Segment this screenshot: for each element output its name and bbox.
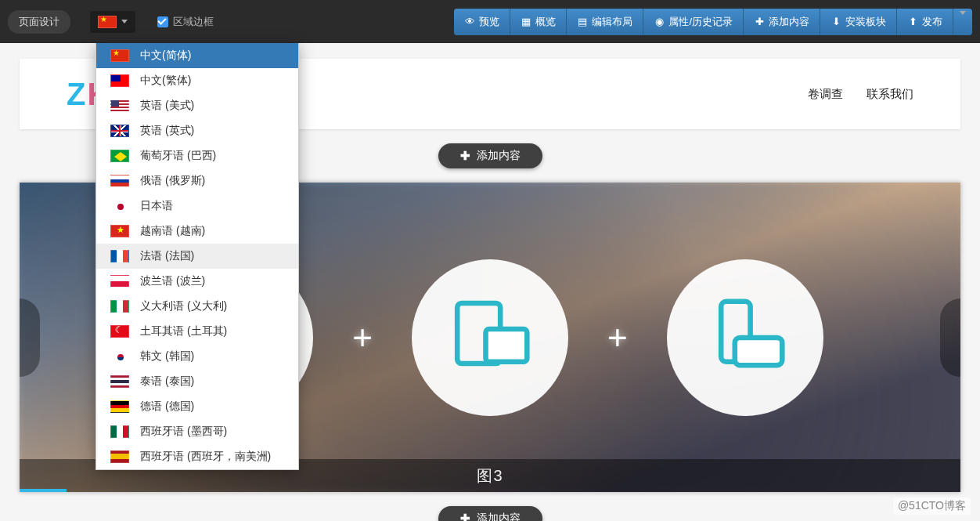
language-option-label: 土耳其语 (土耳其) bbox=[140, 324, 227, 338]
language-option[interactable]: 义大利语 (义大利) bbox=[96, 294, 298, 319]
edit-layout-button[interactable]: ▤ 编辑布局 bbox=[567, 9, 643, 35]
download-icon: ⬇ bbox=[830, 16, 841, 27]
add-content-pill-label: 添加内容 bbox=[477, 512, 521, 521]
flag-icon bbox=[110, 450, 129, 463]
overview-button[interactable]: ▦ 概览 bbox=[510, 9, 567, 35]
add-content-label: 添加内容 bbox=[769, 15, 809, 29]
install-block-button[interactable]: ⬇ 安装板块 bbox=[820, 9, 897, 35]
preview-label: 预览 bbox=[479, 15, 499, 29]
plus-icon: ✚ bbox=[460, 149, 470, 163]
language-option[interactable]: 英语 (英式) bbox=[96, 118, 298, 143]
editor-toolbar: 页面设计 区域边框 👁 预览 ▦ 概览 ▤ 编辑布局 ◉ 属性/历史记录 ✚ 添… bbox=[0, 0, 980, 43]
language-dropdown: 中文(简体)中文(繁体)英语 (美式)英语 (英式)葡萄牙语 (巴西)俄语 (俄… bbox=[95, 43, 299, 470]
region-border-label: 区域边框 bbox=[173, 15, 214, 29]
add-content-pill-label: 添加内容 bbox=[477, 149, 521, 163]
language-option-label: 德语 (德国) bbox=[140, 400, 194, 414]
language-option-label: 泰语 (泰国) bbox=[140, 374, 194, 389]
svg-rect-7 bbox=[735, 338, 783, 365]
add-content-pill-bottom[interactable]: ✚ 添加内容 bbox=[438, 506, 542, 521]
page-design-button[interactable]: 页面设计 bbox=[8, 10, 70, 34]
language-option-label: 西班牙语 (西班牙，南美洲) bbox=[140, 450, 271, 464]
nav-contact[interactable]: 联系我们 bbox=[867, 87, 913, 102]
layout-icon: ▤ bbox=[577, 16, 588, 27]
hero-indicator bbox=[20, 489, 67, 492]
flag-icon bbox=[110, 325, 129, 338]
flag-icon bbox=[110, 400, 129, 413]
language-option[interactable]: 葡萄牙语 (巴西) bbox=[96, 143, 298, 168]
attributes-history-button[interactable]: ◉ 属性/历史记录 bbox=[643, 9, 744, 35]
edit-layout-label: 编辑布局 bbox=[592, 15, 632, 29]
flag-icon bbox=[110, 49, 129, 62]
language-option[interactable]: 泰语 (泰国) bbox=[96, 369, 298, 394]
language-option[interactable]: 韩文 (韩国) bbox=[96, 344, 298, 369]
watermark: @51CTO博客 bbox=[893, 497, 971, 515]
flag-icon bbox=[110, 200, 129, 212]
add-content-pill-top[interactable]: ✚ 添加内容 bbox=[438, 143, 542, 168]
preview-button[interactable]: 👁 预览 bbox=[454, 9, 510, 35]
language-option-label: 英语 (英式) bbox=[140, 124, 194, 138]
language-option[interactable]: 德语 (德国) bbox=[96, 394, 298, 419]
flag-icon bbox=[110, 74, 129, 87]
language-option[interactable]: 法语 (法国) bbox=[96, 244, 298, 269]
region-border-checkbox[interactable]: 区域边框 bbox=[157, 15, 214, 29]
language-option-label: 中文(简体) bbox=[140, 49, 191, 63]
plus-icon: ✚ bbox=[754, 16, 765, 27]
add-content-button[interactable]: ✚ 添加内容 bbox=[744, 9, 820, 35]
language-selector-button[interactable] bbox=[90, 11, 135, 33]
flag-icon bbox=[110, 300, 129, 313]
language-option-label: 葡萄牙语 (巴西) bbox=[140, 149, 216, 163]
tablet-icon bbox=[412, 259, 568, 416]
language-option-label: 英语 (美式) bbox=[140, 99, 194, 113]
nav-survey[interactable]: 卷调查 bbox=[808, 87, 843, 102]
attr-history-label: 属性/历史记录 bbox=[668, 15, 733, 29]
toolbar-actions: 👁 预览 ▦ 概览 ▤ 编辑布局 ◉ 属性/历史记录 ✚ 添加内容 ⬇ 安装板块… bbox=[454, 9, 972, 35]
flag-icon bbox=[110, 350, 129, 363]
main-nav: 卷调查 联系我们 bbox=[808, 87, 913, 102]
svg-rect-5 bbox=[486, 329, 528, 362]
flag-icon bbox=[110, 250, 129, 262]
upload-icon: ⬆ bbox=[907, 16, 918, 27]
publish-button[interactable]: ⬆ 发布 bbox=[897, 9, 953, 35]
language-option[interactable]: 日本语 bbox=[96, 194, 298, 219]
checkbox-checked-icon bbox=[157, 16, 168, 27]
flag-icon bbox=[110, 150, 129, 162]
language-option-label: 俄语 (俄罗斯) bbox=[140, 174, 205, 188]
language-option[interactable]: 越南语 (越南) bbox=[96, 219, 298, 244]
language-option[interactable]: 西班牙语 (墨西哥) bbox=[96, 419, 298, 444]
language-option[interactable]: 中文(简体) bbox=[96, 43, 298, 68]
grid-icon: ▦ bbox=[521, 16, 531, 27]
flag-icon bbox=[110, 99, 129, 112]
flag-icon bbox=[110, 275, 129, 288]
language-option[interactable]: 俄语 (俄罗斯) bbox=[96, 168, 298, 194]
language-option-label: 韩文 (韩国) bbox=[140, 349, 194, 364]
chevron-down-icon bbox=[121, 20, 128, 24]
language-option-label: 日本语 bbox=[140, 199, 173, 213]
add-content-bar-bottom: ✚ 添加内容 bbox=[0, 492, 980, 521]
language-option[interactable]: 西班牙语 (西班牙，南美洲) bbox=[96, 444, 298, 469]
plus-separator: + bbox=[607, 318, 628, 357]
language-option[interactable]: 英语 (美式) bbox=[96, 93, 298, 118]
flag-icon bbox=[110, 425, 129, 438]
language-option-label: 西班牙语 (墨西哥) bbox=[140, 425, 227, 439]
publish-dropdown-toggle[interactable] bbox=[953, 9, 972, 35]
chevron-down-icon bbox=[960, 11, 966, 27]
language-option-label: 义大利语 (义大利) bbox=[140, 299, 227, 313]
flag-icon bbox=[110, 175, 129, 187]
language-option[interactable]: 波兰语 (波兰) bbox=[96, 269, 298, 294]
publish-label: 发布 bbox=[922, 15, 942, 29]
plus-icon: ✚ bbox=[460, 512, 470, 521]
flag-icon bbox=[98, 16, 117, 28]
language-option[interactable]: 土耳其语 (土耳其) bbox=[96, 319, 298, 344]
language-option-label: 中文(繁体) bbox=[140, 74, 191, 88]
flag-icon bbox=[110, 375, 129, 388]
flag-icon bbox=[110, 225, 129, 237]
plus-separator: + bbox=[352, 318, 373, 357]
flag-icon bbox=[110, 125, 129, 137]
language-option-label: 波兰语 (波兰) bbox=[140, 274, 205, 288]
language-option-label: 法语 (法国) bbox=[140, 249, 194, 263]
logo-z: Z bbox=[67, 77, 87, 111]
language-option[interactable]: 中文(繁体) bbox=[96, 68, 298, 93]
install-block-label: 安装板块 bbox=[845, 15, 886, 29]
overview-label: 概览 bbox=[535, 15, 556, 29]
eye-icon: 👁 bbox=[464, 16, 475, 27]
